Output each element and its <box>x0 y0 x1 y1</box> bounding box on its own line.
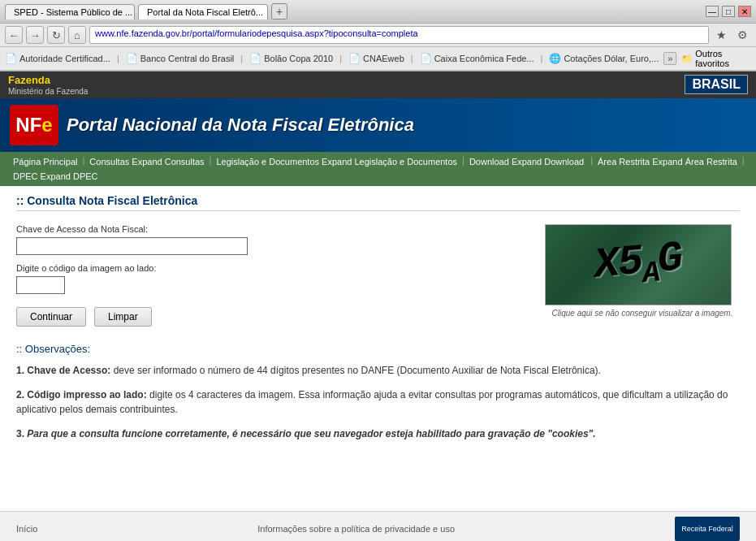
bookmark-cotacoes[interactable]: 🌐 Cotações Dólar, Euro,... <box>549 53 659 64</box>
nav-consultas[interactable]: Consultas Expand Consultas <box>86 155 207 168</box>
bookmark-icon: 📄 <box>126 53 138 64</box>
bookmark-icon: 📄 <box>420 53 432 64</box>
bookmark-icon: 📄 <box>348 53 361 64</box>
bookmarks-more[interactable]: » <box>663 52 676 65</box>
browser-chrome: SPED - Sistema Público de ... ✕ Portal d… <box>0 0 756 71</box>
obs-title: :: Observações: <box>16 343 740 355</box>
nav-download[interactable]: Download Expand Download <box>466 155 587 168</box>
obs-item-3: 3. Para que a consulta funcione corretam… <box>16 426 740 441</box>
star-icon[interactable]: ★ <box>712 26 730 44</box>
folder-icon: 📁 <box>681 54 693 64</box>
tab-portal[interactable]: Portal da Nota Fiscal Eletrô... ✕ <box>138 4 268 19</box>
chave-input[interactable] <box>16 237 248 255</box>
maximize-button[interactable]: □ <box>722 6 735 17</box>
brasil-logo: BRASIL <box>685 75 748 94</box>
chave-label: Chave de Acesso da Nota Fiscal: <box>16 224 529 234</box>
bookmark-icon: 📄 <box>5 53 17 64</box>
bookmark-banco[interactable]: 📄 Banco Central do Brasil <box>126 53 235 64</box>
home-button[interactable]: ⌂ <box>68 26 86 44</box>
new-tab-button[interactable]: + <box>271 3 287 19</box>
bookmark-caixa[interactable]: 📄 Caixa Econômica Fede... <box>420 53 534 64</box>
tab-portal-label: Portal da Nota Fiscal Eletrô... <box>147 7 263 17</box>
bookmark-bolao[interactable]: 📄 Bolão Copa 2010 <box>249 53 333 64</box>
captcha-area: X5AG Clique aqui se não conseguir visual… <box>545 224 740 327</box>
window-controls: — □ ✕ <box>706 6 751 17</box>
title-bar: SPED - Sistema Público de ... ✕ Portal d… <box>0 0 756 24</box>
bookmark-icon-globe: 🌐 <box>549 53 561 64</box>
tabs-area: SPED - Sistema Público de ... ✕ Portal d… <box>5 3 287 19</box>
bookmark-others[interactable]: 📁 Outros favoritos <box>681 49 751 68</box>
obs2-bold: Código impresso ao lado: <box>27 389 146 400</box>
limpar-button[interactable]: Limpar <box>94 307 152 327</box>
close-button[interactable]: ✕ <box>738 6 751 17</box>
bookmarks-bar: 📄 Autoridade Certificad... | 📄 Banco Cen… <box>0 47 756 71</box>
bookmark-icon: 📄 <box>249 53 261 64</box>
nav-pagina-principal[interactable]: Página Principal <box>10 155 81 168</box>
site-title: Portal Nacional da Nota Fiscal Eletrônic… <box>67 115 414 136</box>
navigation-bar: ← → ↻ ⌂ www.nfe.fazenda.gov.br/portal/fo… <box>0 24 756 47</box>
captcha-text: X5AG <box>593 234 685 295</box>
obs-item-1: 1. Chave de Acesso: deve ser informado o… <box>16 363 740 378</box>
govt-header: Fazenda Ministério da Fazenda BRASIL <box>0 71 756 98</box>
obs3-number: 3. <box>16 428 27 439</box>
minimize-button[interactable]: — <box>706 6 719 17</box>
obs1-number: 1. <box>16 365 27 376</box>
nfe-logo: NFe <box>10 105 58 145</box>
main-navigation: Página Principal | Consultas Expand Cons… <box>0 152 756 186</box>
form-area: Chave de Acesso da Nota Fiscal: Digite o… <box>16 224 740 327</box>
captcha-reload-link[interactable]: Clique aqui se não conseguir visualizar … <box>545 309 740 318</box>
forward-button[interactable]: → <box>26 26 44 44</box>
form-buttons: Continuar Limpar <box>16 307 529 327</box>
nav-area-restrita[interactable]: Área Restrita Expand Área Restrita <box>594 155 741 168</box>
footer-inicio[interactable]: Início <box>16 524 37 534</box>
observations-section: :: Observações: 1. Chave de Acesso: deve… <box>16 343 740 441</box>
site-header: NFe Portal Nacional da Nota Fiscal Eletr… <box>0 98 756 152</box>
obs-item-2: 2. Código impresso ao lado: digite os 4 … <box>16 387 740 417</box>
footer-privacy: Informações sobre a política de privacid… <box>257 524 455 534</box>
obs1-bold: Chave de Acesso: <box>27 365 110 376</box>
receita-federal-logo: Receita Federal <box>675 517 740 541</box>
footer-logo-area: Receita Federal <box>675 517 740 541</box>
captcha-label: Digite o código da imagem ao lado: <box>16 263 529 273</box>
obs3-bold: Para que a consulta funcione corretament… <box>27 428 595 439</box>
nav-legislacao[interactable]: Legislação e Documentos Expand Legislaçã… <box>213 155 460 168</box>
page-footer: Início Informações sobre a política de p… <box>0 511 756 541</box>
reload-button[interactable]: ↻ <box>47 26 65 44</box>
back-button[interactable]: ← <box>5 26 23 44</box>
address-bar[interactable]: www.nfe.fazenda.gov.br/portal/formulario… <box>89 26 709 44</box>
page-content: Fazenda Ministério da Fazenda BRASIL NFe… <box>0 71 756 541</box>
form-left: Chave de Acesso da Nota Fiscal: Digite o… <box>16 224 529 327</box>
continuar-button[interactable]: Continuar <box>16 307 86 327</box>
bookmark-autoridade[interactable]: 📄 Autoridade Certificad... <box>5 53 110 64</box>
tab-sped[interactable]: SPED - Sistema Público de ... ✕ <box>5 4 135 19</box>
main-content: :: Consulta Nota Fiscal Eletrônica Chave… <box>0 186 756 511</box>
captcha-image: X5AG <box>545 224 732 305</box>
nav-dpec[interactable]: DPEC Expand DPEC <box>10 170 102 183</box>
tab-sped-label: SPED - Sistema Público de ... <box>14 7 132 17</box>
bookmark-cnae[interactable]: 📄 CNAEweb <box>348 53 404 64</box>
obs1-text: deve ser informado o número de 44 dígito… <box>114 365 601 376</box>
captcha-input[interactable] <box>16 276 65 294</box>
fazenda-logo: Fazenda Ministério da Fazenda <box>8 74 88 96</box>
obs2-number: 2. <box>16 389 27 400</box>
page-title: :: Consulta Nota Fiscal Eletrônica <box>16 194 740 211</box>
tools-icon[interactable]: ⚙ <box>733 26 751 44</box>
